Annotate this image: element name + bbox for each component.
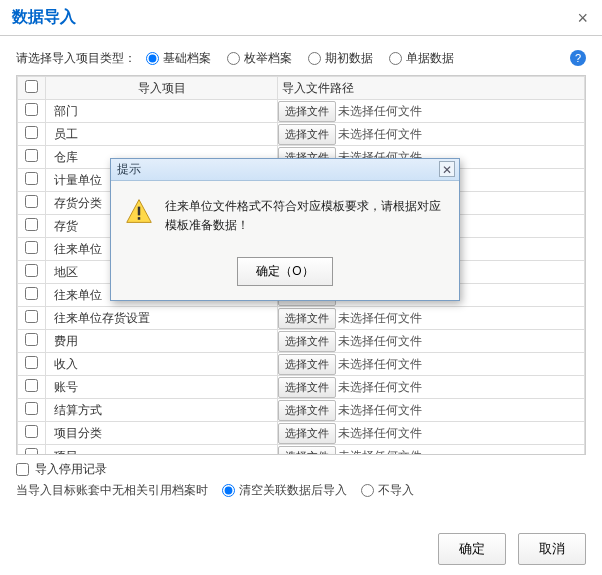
relation-label: 当导入目标账套中无相关引用档案时	[16, 482, 208, 499]
row-checkbox[interactable]	[25, 402, 38, 415]
row-checkbox[interactable]	[25, 126, 38, 139]
row-item-name: 项目分类	[46, 422, 278, 445]
col-header-item: 导入项目	[46, 77, 278, 100]
alert-ok-button[interactable]: 确定（O）	[237, 257, 332, 286]
dialog-title: 数据导入	[12, 7, 76, 28]
import-disabled-checkbox[interactable]: 导入停用记录	[16, 461, 586, 478]
row-item-name: 项目	[46, 445, 278, 456]
choose-file-button[interactable]: 选择文件	[278, 354, 336, 375]
table-row: 项目选择文件未选择任何文件	[18, 445, 585, 456]
row-checkbox[interactable]	[25, 310, 38, 323]
row-item-name: 部门	[46, 100, 278, 123]
col-header-path: 导入文件路径	[278, 77, 585, 100]
alert-title: 提示	[117, 161, 141, 178]
file-path-text: 未选择任何文件	[338, 425, 422, 442]
row-checkbox[interactable]	[25, 264, 38, 277]
file-path-text: 未选择任何文件	[338, 356, 422, 373]
col-header-checkbox[interactable]	[18, 77, 46, 100]
choose-file-button[interactable]: 选择文件	[278, 446, 336, 456]
choose-file-button[interactable]: 选择文件	[278, 101, 336, 122]
row-item-name: 结算方式	[46, 399, 278, 422]
choose-file-button[interactable]: 选择文件	[278, 124, 336, 145]
svg-rect-1	[138, 207, 140, 216]
cancel-button[interactable]: 取消	[518, 533, 586, 565]
alert-title-bar: 提示 ✕	[111, 159, 459, 181]
table-row: 结算方式选择文件未选择任何文件	[18, 399, 585, 422]
row-item-name: 员工	[46, 123, 278, 146]
alert-message: 往来单位文件格式不符合对应模板要求，请根据对应模板准备数据！	[165, 197, 445, 235]
row-checkbox[interactable]	[25, 379, 38, 392]
table-row: 账号选择文件未选择任何文件	[18, 376, 585, 399]
file-path-text: 未选择任何文件	[338, 379, 422, 396]
help-icon[interactable]: ?	[570, 50, 586, 66]
table-row: 部门选择文件未选择任何文件	[18, 100, 585, 123]
table-row: 项目分类选择文件未选择任何文件	[18, 422, 585, 445]
relation-option-row: 当导入目标账套中无相关引用档案时 清空关联数据后导入 不导入	[16, 482, 586, 499]
radio-no-import[interactable]: 不导入	[361, 482, 414, 499]
row-checkbox[interactable]	[25, 287, 38, 300]
row-checkbox[interactable]	[25, 425, 38, 438]
file-path-text: 未选择任何文件	[338, 402, 422, 419]
row-checkbox[interactable]	[25, 218, 38, 231]
row-checkbox[interactable]	[25, 333, 38, 346]
ok-button[interactable]: 确定	[438, 533, 506, 565]
table-row: 员工选择文件未选择任何文件	[18, 123, 585, 146]
type-label: 请选择导入项目类型：	[16, 50, 136, 67]
choose-file-button[interactable]: 选择文件	[278, 331, 336, 352]
row-item-name: 收入	[46, 353, 278, 376]
file-path-text: 未选择任何文件	[338, 126, 422, 143]
svg-rect-2	[138, 217, 140, 220]
choose-file-button[interactable]: 选择文件	[278, 308, 336, 329]
table-row: 收入选择文件未选择任何文件	[18, 353, 585, 376]
alert-close-icon[interactable]: ✕	[439, 161, 455, 177]
warning-icon	[125, 197, 153, 235]
choose-file-button[interactable]: 选择文件	[278, 423, 336, 444]
row-item-name: 往来单位存货设置	[46, 307, 278, 330]
row-checkbox[interactable]	[25, 241, 38, 254]
radio-enum-archive[interactable]: 枚举档案	[227, 50, 292, 67]
choose-file-button[interactable]: 选择文件	[278, 400, 336, 421]
row-checkbox[interactable]	[25, 149, 38, 162]
file-path-text: 未选择任何文件	[338, 310, 422, 327]
row-checkbox[interactable]	[25, 103, 38, 116]
dialog-button-row: 确定 取消	[438, 533, 586, 565]
row-checkbox[interactable]	[25, 448, 38, 455]
file-path-text: 未选择任何文件	[338, 103, 422, 120]
row-checkbox[interactable]	[25, 195, 38, 208]
title-bar: 数据导入 ×	[0, 0, 602, 36]
radio-clear-and-import[interactable]: 清空关联数据后导入	[222, 482, 347, 499]
file-path-text: 未选择任何文件	[338, 333, 422, 350]
row-item-name: 账号	[46, 376, 278, 399]
choose-file-button[interactable]: 选择文件	[278, 377, 336, 398]
radio-bill-data[interactable]: 单据数据	[389, 50, 454, 67]
alert-dialog: 提示 ✕ 往来单位文件格式不符合对应模板要求，请根据对应模板准备数据！ 确定（O…	[110, 158, 460, 301]
radio-basic-archive[interactable]: 基础档案	[146, 50, 211, 67]
row-checkbox[interactable]	[25, 356, 38, 369]
file-path-text: 未选择任何文件	[338, 448, 422, 456]
row-item-name: 费用	[46, 330, 278, 353]
table-row: 往来单位存货设置选择文件未选择任何文件	[18, 307, 585, 330]
row-checkbox[interactable]	[25, 172, 38, 185]
radio-initial-data[interactable]: 期初数据	[308, 50, 373, 67]
close-icon[interactable]: ×	[571, 6, 594, 31]
type-selection-row: 请选择导入项目类型： 基础档案 枚举档案 期初数据 单据数据 ?	[0, 36, 602, 75]
table-row: 费用选择文件未选择任何文件	[18, 330, 585, 353]
